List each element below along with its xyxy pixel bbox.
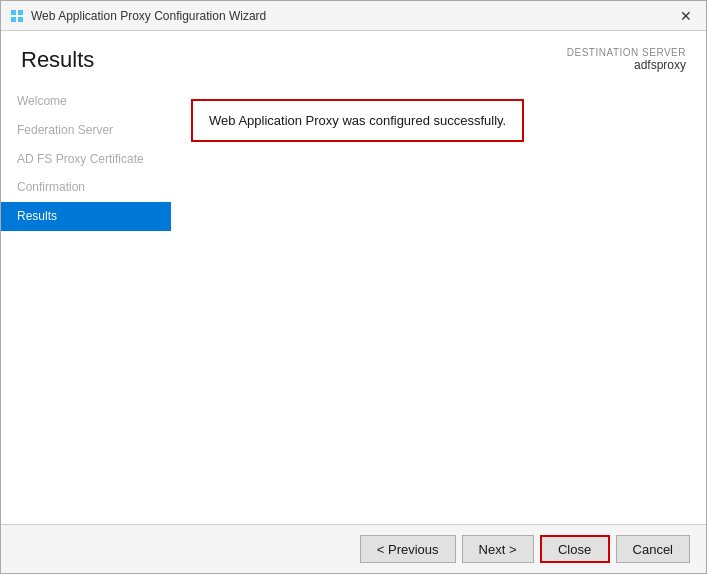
next-button[interactable]: Next > — [462, 535, 534, 563]
window-title: Web Application Proxy Configuration Wiza… — [31, 9, 674, 23]
destination-server: adfsproxy — [567, 58, 686, 72]
content-area: Results DESTINATION SERVER adfsproxy Wel… — [1, 31, 706, 524]
destination-info: DESTINATION SERVER adfsproxy — [567, 47, 686, 72]
cancel-button[interactable]: Cancel — [616, 535, 690, 563]
sidebar-item-results[interactable]: Results — [1, 202, 171, 231]
footer: < Previous Next > Close Cancel — [1, 524, 706, 573]
sidebar-item-adfs-proxy-cert: AD FS Proxy Certificate — [1, 145, 171, 174]
sidebar-item-confirmation: Confirmation — [1, 173, 171, 202]
close-button[interactable]: Close — [540, 535, 610, 563]
sidebar: Welcome Federation Server AD FS Proxy Ce… — [1, 83, 171, 524]
wizard-window: Web Application Proxy Configuration Wiza… — [0, 0, 707, 574]
svg-rect-2 — [11, 17, 16, 22]
title-bar: Web Application Proxy Configuration Wiza… — [1, 1, 706, 31]
window-icon — [9, 8, 25, 24]
success-message-box: Web Application Proxy was configured suc… — [191, 99, 524, 142]
page-header: Results DESTINATION SERVER adfsproxy — [1, 31, 706, 83]
sidebar-item-welcome: Welcome — [1, 87, 171, 116]
content-panel: Web Application Proxy was configured suc… — [171, 83, 706, 524]
sidebar-item-federation-server: Federation Server — [1, 116, 171, 145]
main-body: Welcome Federation Server AD FS Proxy Ce… — [1, 83, 706, 524]
svg-rect-3 — [18, 17, 23, 22]
previous-button[interactable]: < Previous — [360, 535, 456, 563]
success-text: Web Application Proxy was configured suc… — [209, 113, 506, 128]
window-close-button[interactable]: ✕ — [674, 4, 698, 28]
destination-label: DESTINATION SERVER — [567, 47, 686, 58]
svg-rect-1 — [18, 10, 23, 15]
svg-rect-0 — [11, 10, 16, 15]
page-title: Results — [21, 47, 94, 73]
